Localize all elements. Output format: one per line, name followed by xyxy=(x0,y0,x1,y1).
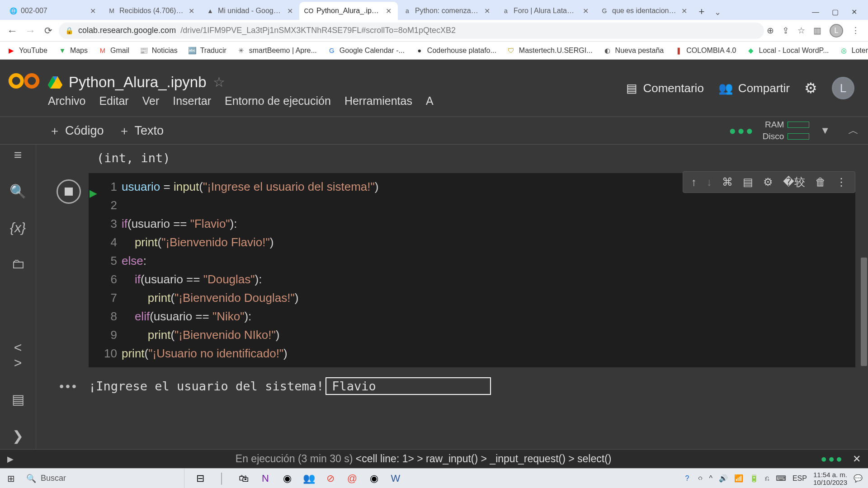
bookmark-item[interactable]: 📰Noticias xyxy=(137,45,180,56)
tray-chevron-icon[interactable]: ^ xyxy=(709,474,712,483)
cell-kebab-icon[interactable]: ⋮ xyxy=(836,176,847,188)
nav-reload[interactable]: ⟳ xyxy=(41,23,56,38)
task-view-icon[interactable]: ⊟ xyxy=(193,472,207,485)
start-button[interactable]: ⊞ xyxy=(0,469,22,488)
bookmark-item[interactable]: ▶YouTube xyxy=(5,45,50,56)
people-tray-icon[interactable]: ဂ xyxy=(695,474,703,483)
bookmark-item[interactable]: ◆Local - Local WordP... xyxy=(744,45,831,56)
browser-tab[interactable]: COPython_Alura_.ipynb✕ xyxy=(299,2,398,20)
comment-button[interactable]: ▤Comentario xyxy=(626,81,703,95)
nav-forward[interactable]: → xyxy=(23,23,38,38)
account-avatar[interactable]: L xyxy=(832,77,854,99)
star-outline-icon[interactable]: ☆ xyxy=(213,74,225,90)
window-close[interactable]: ✕ xyxy=(851,8,857,16)
chrome-active-icon[interactable]: ◉ xyxy=(367,472,381,485)
onenote-icon[interactable]: N xyxy=(259,472,272,485)
help-tray-icon[interactable]: ? xyxy=(685,474,689,483)
cell-settings-icon[interactable]: ⚙ xyxy=(763,176,773,188)
tab-close-icon[interactable]: ✕ xyxy=(286,7,294,15)
tab-close-icon[interactable]: ✕ xyxy=(483,7,491,15)
bookmark-item[interactable]: 🔤Traducir xyxy=(186,45,229,56)
network-tray-icon[interactable]: 📶 xyxy=(734,474,743,483)
move-up-icon[interactable]: ↑ xyxy=(691,176,697,188)
toc-icon[interactable]: ≡ xyxy=(9,147,27,163)
bookmark-item[interactable]: ❚COLOMBIA 4.0 xyxy=(672,45,739,56)
battery-tray-icon[interactable]: 🔋 xyxy=(750,474,759,483)
browser-tab[interactable]: ▲Mi unidad - Google D✕ xyxy=(201,2,299,20)
link-icon[interactable]: ⌘ xyxy=(722,176,733,188)
app-red-icon[interactable]: ⊘ xyxy=(324,472,337,485)
share-button[interactable]: 👥Compartir xyxy=(718,81,790,95)
notifications-tray-icon[interactable]: 💬 xyxy=(854,474,863,483)
add-text-button[interactable]: ＋Texto xyxy=(118,123,164,139)
zoom-icon[interactable]: ⊕ xyxy=(767,25,774,36)
volume-tray-icon[interactable]: 🔊 xyxy=(719,474,728,483)
bookmark-item[interactable]: ●Coderhouse platafo... xyxy=(413,45,499,56)
chrome-icon[interactable]: ◉ xyxy=(280,472,294,485)
teams-icon[interactable]: 👥 xyxy=(302,472,316,485)
comment-cell-icon[interactable]: ▤ xyxy=(743,176,753,188)
bookmark-item[interactable]: ✳smartBeemo | Apre... xyxy=(235,45,320,56)
menu-item[interactable]: Insertar xyxy=(173,94,211,108)
settings-button[interactable]: ⚙ xyxy=(804,80,817,97)
status-close[interactable]: ✕ xyxy=(853,453,861,465)
bookmark-item[interactable]: 🛡Mastertech.U.SERGI... xyxy=(505,45,595,56)
bookmark-item[interactable]: ◎Loterias xyxy=(837,45,868,56)
add-code-button[interactable]: ＋Código xyxy=(49,123,104,139)
kebab-icon[interactable]: ⋮ xyxy=(851,25,860,36)
code-editor[interactable]: ▶ 12345678910 usuario = input("¡Ingrese … xyxy=(89,173,855,367)
browser-tab[interactable]: aForo | Alura Latam - c✕ xyxy=(496,2,595,20)
browser-tab[interactable]: MRecibidos (4.706) - lu✕ xyxy=(102,2,201,20)
move-down-icon[interactable]: ↓ xyxy=(707,176,712,188)
new-tab-button[interactable]: + xyxy=(693,4,710,20)
menu-item[interactable]: Ver xyxy=(142,94,160,108)
bookmark-item[interactable]: ◐Nueva pestaña xyxy=(601,45,667,56)
menu-item[interactable]: Herramientas xyxy=(344,94,412,108)
cast-tray-icon[interactable]: ⎌ xyxy=(765,474,769,483)
store-icon[interactable]: 🛍 xyxy=(237,472,250,485)
files-icon[interactable]: 🗀 xyxy=(9,256,27,272)
tab-close-icon[interactable]: ✕ xyxy=(187,7,195,15)
profile-avatar[interactable]: L xyxy=(830,24,843,38)
collapse-toolbar[interactable]: ︿ xyxy=(848,123,859,138)
app-at-icon[interactable]: @ xyxy=(345,472,359,485)
colab-logo[interactable] xyxy=(0,60,48,117)
menu-item[interactable]: A xyxy=(426,94,434,108)
vertical-scrollbar[interactable] xyxy=(861,258,867,366)
resource-dropdown[interactable]: ▼ xyxy=(820,125,830,136)
tab-overflow-chevron[interactable]: ⌄ xyxy=(710,7,726,20)
stop-execution-button[interactable] xyxy=(57,179,81,204)
taskbar-search[interactable]: 🔍Buscar xyxy=(22,469,184,488)
tab-close-icon[interactable]: ✕ xyxy=(581,7,590,15)
nav-back[interactable]: ← xyxy=(5,23,20,38)
command-palette-icon[interactable]: ▤ xyxy=(9,391,27,407)
tab-close-icon[interactable]: ✕ xyxy=(680,7,688,15)
variables-icon[interactable]: {x} xyxy=(9,220,27,235)
bookmark-item[interactable]: ▼Maps xyxy=(56,45,90,56)
tab-close-icon[interactable]: ✕ xyxy=(384,7,392,15)
bookmark-item[interactable]: MGmail xyxy=(96,45,132,56)
menu-item[interactable]: Entorno de ejecución xyxy=(225,94,331,108)
search-icon[interactable]: 🔍 xyxy=(9,183,27,199)
menu-item[interactable]: Archivo xyxy=(48,94,85,108)
notebook-title[interactable]: Python_Alura_.ipynb xyxy=(69,74,207,91)
share-icon[interactable]: ⇪ xyxy=(782,25,789,36)
browser-tab[interactable]: Gque es identacion - B✕ xyxy=(595,2,693,20)
tab-close-icon[interactable]: ✕ xyxy=(89,7,97,15)
clock[interactable]: 11:54 a. m. 10/10/2023 xyxy=(813,471,847,486)
stdin-input[interactable] xyxy=(326,377,491,395)
output-menu-dots[interactable]: ••• xyxy=(49,379,89,394)
delete-icon[interactable]: 🗑 xyxy=(815,176,826,188)
url-box[interactable]: 🔒 colab.research.google.com/drive/1IFM9P… xyxy=(59,23,764,39)
window-maximize[interactable]: ▢ xyxy=(832,8,839,16)
window-minimize[interactable]: — xyxy=(812,8,819,16)
resource-indicator[interactable]: RAM Disco xyxy=(763,120,810,141)
bookmark-item[interactable]: GGoogle Calendar -... xyxy=(325,45,407,56)
mirror-icon[interactable]: �较 xyxy=(783,175,805,189)
word-icon[interactable]: W xyxy=(389,472,402,485)
code-snippets-icon[interactable]: < > xyxy=(9,340,27,371)
language-indicator[interactable]: ESP xyxy=(793,474,807,483)
panel-icon[interactable]: ▥ xyxy=(813,25,821,36)
code-cell[interactable]: ↑ ↓ ⌘ ▤ ⚙ �较 🗑 ⋮ ▶ 12345678910 usuario =… xyxy=(49,173,855,395)
keyboard-tray-icon[interactable]: ⌨ xyxy=(776,474,786,483)
